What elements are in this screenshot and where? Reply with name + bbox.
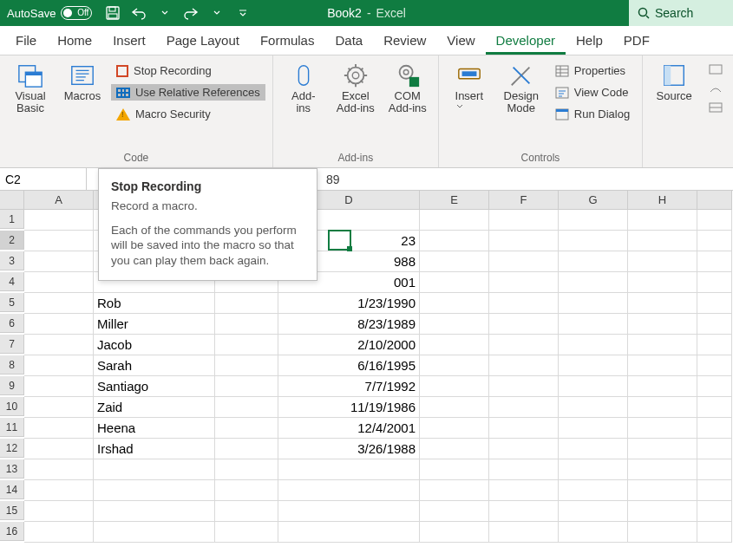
undo-dropdown-icon[interactable] bbox=[156, 4, 173, 22]
cell-F11[interactable] bbox=[489, 418, 559, 439]
cell-B7[interactable]: Jacob bbox=[94, 335, 215, 355]
column-header-extra[interactable] bbox=[697, 191, 732, 210]
tab-data[interactable]: Data bbox=[324, 28, 373, 55]
visual-basic-button[interactable]: Visual Basic bbox=[7, 59, 54, 150]
cell-F12[interactable] bbox=[489, 439, 559, 459]
qat-customize-icon[interactable] bbox=[234, 4, 252, 22]
cell-A1[interactable] bbox=[24, 210, 94, 231]
cell-E9[interactable] bbox=[420, 376, 489, 397]
row-header-16[interactable]: 16 bbox=[0, 522, 24, 541]
cell-extra-9[interactable] bbox=[697, 376, 732, 397]
tab-page-layout[interactable]: Page Layout bbox=[156, 28, 250, 55]
select-all-corner[interactable] bbox=[0, 191, 24, 210]
formula-content[interactable]: 89 bbox=[314, 173, 340, 186]
cell-C9[interactable] bbox=[215, 376, 278, 397]
cell-D10[interactable]: 11/19/1986 bbox=[278, 397, 420, 418]
addins-button[interactable]: Add- ins bbox=[280, 59, 327, 150]
redo-dropdown-icon[interactable] bbox=[208, 4, 226, 22]
cell-H5[interactable] bbox=[628, 293, 697, 314]
cell-D8[interactable]: 6/16/1995 bbox=[278, 355, 420, 376]
cell-F14[interactable] bbox=[489, 480, 559, 501]
cell-G3[interactable] bbox=[559, 251, 628, 272]
cell-H11[interactable] bbox=[628, 418, 697, 439]
row-header-5[interactable]: 5 bbox=[0, 293, 24, 312]
cell-H16[interactable] bbox=[628, 522, 697, 543]
cell-C13[interactable] bbox=[215, 459, 278, 480]
row-header-11[interactable]: 11 bbox=[0, 418, 24, 437]
cell-C6[interactable] bbox=[215, 314, 278, 335]
cell-E12[interactable] bbox=[420, 439, 489, 459]
tab-developer[interactable]: Developer bbox=[486, 28, 566, 55]
cell-C14[interactable] bbox=[215, 480, 278, 501]
row-header-8[interactable]: 8 bbox=[0, 355, 24, 374]
cell-E3[interactable] bbox=[420, 251, 489, 272]
tab-file[interactable]: File bbox=[5, 28, 47, 55]
cell-B11[interactable]: Heena bbox=[94, 418, 215, 439]
cell-extra-6[interactable] bbox=[697, 314, 732, 335]
xml-extra-2[interactable] bbox=[704, 81, 728, 95]
cell-H10[interactable] bbox=[628, 397, 697, 418]
column-header-A[interactable]: A bbox=[24, 191, 94, 210]
cell-G14[interactable] bbox=[559, 480, 628, 501]
run-dialog-button[interactable]: Run Dialog bbox=[550, 106, 635, 122]
cell-G2[interactable] bbox=[559, 231, 628, 251]
cell-F1[interactable] bbox=[489, 210, 559, 231]
cell-H9[interactable] bbox=[628, 376, 697, 397]
tab-help[interactable]: Help bbox=[566, 28, 613, 55]
cell-extra-11[interactable] bbox=[697, 418, 732, 439]
cell-A4[interactable] bbox=[24, 272, 94, 293]
cell-A7[interactable] bbox=[24, 335, 94, 355]
cell-extra-1[interactable] bbox=[697, 210, 732, 231]
cell-G12[interactable] bbox=[559, 439, 628, 459]
redo-icon[interactable] bbox=[182, 4, 200, 22]
cell-D7[interactable]: 2/10/2000 bbox=[278, 335, 420, 355]
cell-D9[interactable]: 7/7/1992 bbox=[278, 376, 420, 397]
cell-B10[interactable]: Zaid bbox=[94, 397, 215, 418]
cell-D13[interactable] bbox=[278, 459, 420, 480]
xml-extra-1[interactable] bbox=[704, 62, 728, 76]
cell-H8[interactable] bbox=[628, 355, 697, 376]
cell-H1[interactable] bbox=[628, 210, 697, 231]
cell-D6[interactable]: 8/23/1989 bbox=[278, 314, 420, 335]
cell-extra-16[interactable] bbox=[697, 522, 732, 543]
cell-extra-8[interactable] bbox=[697, 355, 732, 376]
row-header-2[interactable]: 2 bbox=[0, 231, 24, 250]
insert-control-button[interactable]: Insert bbox=[446, 59, 493, 150]
excel-addins-button[interactable]: Excel Add-ins bbox=[332, 59, 379, 150]
stop-recording-button[interactable]: Stop Recording bbox=[111, 62, 265, 79]
cell-D14[interactable] bbox=[278, 480, 420, 501]
cell-extra-14[interactable] bbox=[697, 480, 732, 501]
com-addins-button[interactable]: COM Add-ins bbox=[384, 59, 431, 150]
cell-G9[interactable] bbox=[559, 376, 628, 397]
cell-G11[interactable] bbox=[559, 418, 628, 439]
cell-H15[interactable] bbox=[628, 501, 697, 522]
macro-security-button[interactable]: Macro Security bbox=[111, 106, 265, 122]
cell-C7[interactable] bbox=[215, 335, 278, 355]
cell-C10[interactable] bbox=[215, 397, 278, 418]
tab-view[interactable]: View bbox=[436, 28, 485, 55]
cell-A6[interactable] bbox=[24, 314, 94, 335]
cell-E6[interactable] bbox=[420, 314, 489, 335]
name-box[interactable]: C2 bbox=[0, 168, 87, 190]
cell-E8[interactable] bbox=[420, 355, 489, 376]
row-header-15[interactable]: 15 bbox=[0, 501, 24, 520]
cell-C11[interactable] bbox=[215, 418, 278, 439]
row-header-3[interactable]: 3 bbox=[0, 251, 24, 270]
cell-A2[interactable] bbox=[24, 231, 94, 251]
column-header-H[interactable]: H bbox=[628, 191, 697, 210]
cell-A3[interactable] bbox=[24, 251, 94, 272]
cell-F13[interactable] bbox=[489, 459, 559, 480]
cell-F10[interactable] bbox=[489, 397, 559, 418]
tab-formulas[interactable]: Formulas bbox=[250, 28, 325, 55]
cell-C8[interactable] bbox=[215, 355, 278, 376]
design-mode-button[interactable]: Design Mode bbox=[498, 59, 545, 150]
cell-B13[interactable] bbox=[94, 459, 215, 480]
cell-extra-5[interactable] bbox=[697, 293, 732, 314]
cell-D16[interactable] bbox=[278, 522, 420, 543]
tab-review[interactable]: Review bbox=[373, 28, 436, 55]
cell-E5[interactable] bbox=[420, 293, 489, 314]
cell-extra-2[interactable] bbox=[697, 231, 732, 251]
tab-pdf[interactable]: PDF bbox=[613, 28, 660, 55]
cell-G8[interactable] bbox=[559, 355, 628, 376]
cell-C5[interactable] bbox=[215, 293, 278, 314]
